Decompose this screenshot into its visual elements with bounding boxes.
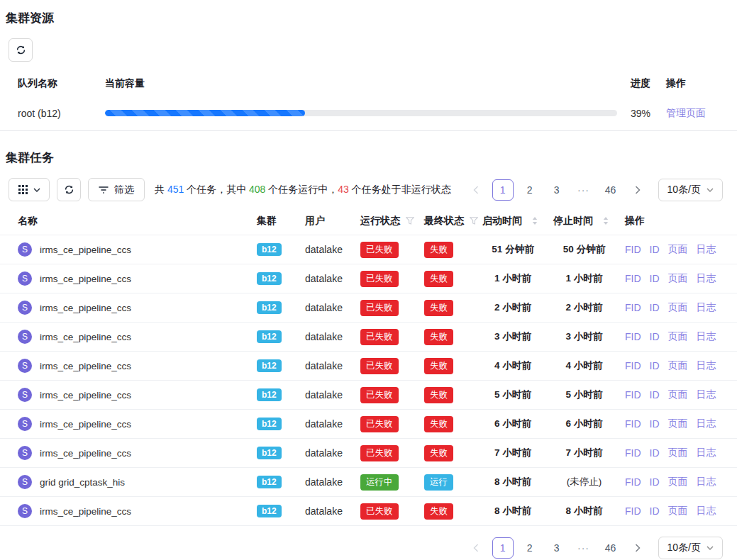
column-header-progress: 进度	[631, 77, 666, 90]
resource-row: root (b12) 39% 管理页面	[0, 96, 737, 131]
pagination-page-1[interactable]: 1	[492, 179, 514, 201]
pagination-top: 1 2 3 ··· 46	[465, 179, 648, 201]
id-link[interactable]: ID	[650, 331, 660, 342]
log-link[interactable]: 日志	[697, 301, 716, 314]
id-link[interactable]: ID	[650, 476, 660, 488]
page-link[interactable]: 页面	[668, 505, 688, 517]
fid-link[interactable]: FID	[625, 476, 641, 488]
page-link[interactable]: 页面	[668, 330, 688, 343]
pagination-page-2[interactable]: 2	[519, 179, 541, 201]
page-link[interactable]: 页面	[668, 476, 688, 488]
run-status-badge: 已失败	[360, 387, 399, 403]
pagination-page-46[interactable]: 46	[600, 179, 621, 201]
log-link[interactable]: 日志	[697, 359, 716, 372]
task-user: datalake	[305, 389, 360, 401]
task-name: irms_ce_pipeline_ccs	[40, 448, 131, 459]
task-row: S irms_ce_pipeline_ccs b12 datalake 已失败 …	[0, 410, 737, 439]
filter-funnel-icon[interactable]	[406, 217, 414, 225]
start-time: 8 小时前	[482, 476, 553, 488]
task-row: S irms_ce_pipeline_ccs b12 datalake 已失败 …	[0, 439, 737, 468]
filter-funnel-icon[interactable]	[470, 217, 478, 225]
id-link[interactable]: ID	[650, 302, 660, 313]
run-status-badge: 已失败	[360, 242, 399, 258]
page-link[interactable]: 页面	[668, 359, 688, 372]
fid-link[interactable]: FID	[625, 244, 641, 255]
fid-link[interactable]: FID	[625, 505, 641, 517]
task-user: datalake	[305, 476, 360, 488]
run-status-badge: 已失败	[360, 329, 399, 345]
fid-link[interactable]: FID	[625, 302, 641, 313]
fid-link[interactable]: FID	[625, 447, 641, 459]
id-link[interactable]: ID	[650, 505, 660, 517]
pagination-ellipsis[interactable]: ···	[573, 179, 594, 201]
page-link[interactable]: 页面	[668, 388, 688, 401]
log-link[interactable]: 日志	[697, 388, 716, 401]
chevron-down-icon	[33, 188, 40, 192]
run-status-badge: 已失败	[360, 300, 399, 316]
pagination-page-3[interactable]: 3	[546, 179, 567, 201]
pagination-bottom: 1 2 3 ··· 46	[465, 537, 648, 559]
avatar: S	[18, 330, 32, 344]
page-size-select[interactable]: 10条/页	[658, 537, 723, 559]
manage-page-link[interactable]: 管理页面	[666, 107, 706, 118]
start-time: 7 小时前	[482, 447, 553, 459]
id-link[interactable]: ID	[650, 273, 660, 284]
fid-link[interactable]: FID	[625, 360, 641, 371]
id-link[interactable]: ID	[650, 418, 660, 430]
fid-link[interactable]: FID	[625, 389, 641, 401]
stop-time: (未停止)	[553, 476, 625, 488]
sort-icon[interactable]	[603, 217, 609, 225]
pagination-ellipsis[interactable]: ···	[573, 537, 594, 559]
log-link[interactable]: 日志	[697, 505, 716, 517]
page-link[interactable]: 页面	[668, 243, 688, 256]
log-link[interactable]: 日志	[697, 418, 716, 430]
avatar: S	[18, 475, 32, 489]
log-link[interactable]: 日志	[697, 272, 716, 285]
running-task-count: 408	[249, 184, 265, 195]
final-status-badge: 失败	[424, 445, 453, 461]
pagination-next-button[interactable]	[627, 179, 648, 201]
pagination-page-1[interactable]: 1	[492, 537, 514, 559]
log-link[interactable]: 日志	[697, 447, 716, 459]
pagination-prev-button[interactable]	[465, 179, 487, 201]
fid-link[interactable]: FID	[625, 418, 641, 430]
cluster-badge: b12	[257, 301, 282, 314]
total-task-count: 451	[167, 184, 184, 195]
run-status-badge: 已失败	[360, 416, 399, 432]
log-link[interactable]: 日志	[697, 330, 716, 343]
id-link[interactable]: ID	[650, 360, 660, 371]
page-link[interactable]: 页面	[668, 301, 688, 314]
id-link[interactable]: ID	[650, 447, 660, 459]
page-link[interactable]: 页面	[668, 447, 688, 459]
id-link[interactable]: ID	[650, 389, 660, 401]
column-header-cluster: 集群	[257, 215, 305, 228]
log-link[interactable]: 日志	[697, 476, 716, 488]
page-link[interactable]: 页面	[668, 418, 688, 430]
pagination-page-3[interactable]: 3	[546, 537, 567, 559]
id-link[interactable]: ID	[650, 244, 660, 255]
resources-refresh-button[interactable]	[9, 38, 33, 62]
column-header-user: 用户	[305, 215, 360, 228]
tasks-refresh-button[interactable]	[57, 178, 81, 201]
cluster-badge: b12	[257, 505, 282, 517]
task-user: datalake	[305, 273, 360, 284]
capacity-progress-fill	[105, 110, 305, 116]
page-link[interactable]: 页面	[668, 272, 688, 285]
pagination-prev-button[interactable]	[465, 537, 487, 559]
stop-time: 1 小时前	[553, 272, 625, 285]
pagination-next-button[interactable]	[627, 537, 648, 559]
fid-link[interactable]: FID	[625, 331, 641, 342]
pagination-page-2[interactable]: 2	[519, 537, 541, 559]
column-settings-button[interactable]	[9, 178, 50, 201]
stop-time: 5 小时前	[553, 388, 625, 401]
page-size-select[interactable]: 10条/页	[658, 179, 723, 201]
task-row: S irms_ce_pipeline_ccs b12 datalake 已失败 …	[0, 323, 737, 352]
log-link[interactable]: 日志	[697, 243, 716, 256]
start-time: 2 小时前	[482, 301, 553, 314]
task-user: datalake	[305, 331, 360, 342]
pagination-page-46[interactable]: 46	[600, 537, 621, 559]
sort-icon[interactable]	[532, 217, 538, 225]
filter-button[interactable]: 筛选	[88, 178, 145, 201]
final-status-badge: 失败	[424, 503, 453, 520]
fid-link[interactable]: FID	[625, 273, 641, 284]
